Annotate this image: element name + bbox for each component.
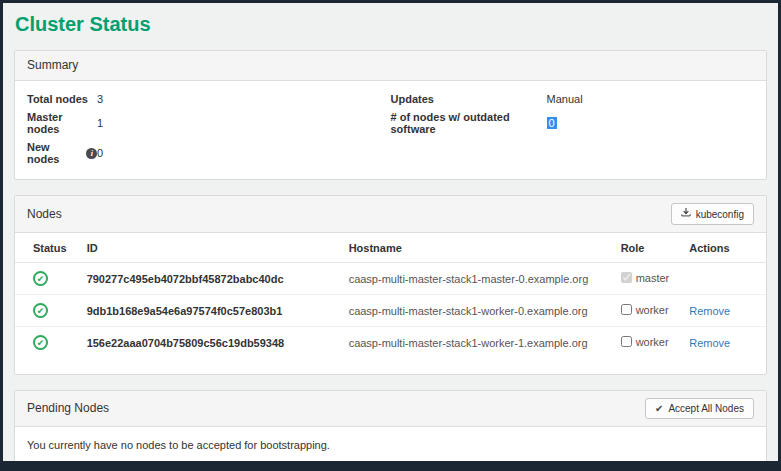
column-header-hostname: Hostname bbox=[339, 233, 611, 263]
summary-field-new-nodes: New nodes i 0 bbox=[27, 141, 391, 165]
column-header-status: Status bbox=[15, 233, 77, 263]
node-role-cell: master bbox=[611, 263, 680, 295]
column-header-actions: Actions bbox=[679, 233, 766, 263]
nodes-table-header-row: Status ID Hostname Role Actions bbox=[15, 233, 766, 263]
field-value: 0 bbox=[97, 147, 103, 159]
nodes-panel-header: Nodes kubeconfig bbox=[15, 196, 766, 233]
field-label-text: # of nodes w/ outdated software bbox=[391, 111, 547, 135]
role-master-checkbox[interactable] bbox=[621, 272, 632, 283]
field-value: 1 bbox=[97, 117, 103, 129]
field-label-text: Total nodes bbox=[27, 93, 88, 105]
node-id: 9db1b168e9a54e6a97574f0c57e803b1 bbox=[77, 295, 339, 327]
summary-right-column: Updates Manual # of nodes w/ outdated so… bbox=[391, 93, 755, 165]
role-worker-checkbox[interactable] bbox=[621, 304, 632, 315]
summary-field-master-nodes: Master nodes 1 bbox=[27, 111, 391, 135]
node-actions-cell: Remove bbox=[679, 295, 766, 327]
column-header-role: Role bbox=[611, 233, 680, 263]
kubeconfig-button[interactable]: kubeconfig bbox=[671, 203, 754, 225]
role-worker-checkbox[interactable] bbox=[621, 336, 632, 347]
kubeconfig-button-label: kubeconfig bbox=[696, 209, 744, 220]
summary-panel-header: Summary bbox=[15, 51, 766, 81]
summary-panel-title: Summary bbox=[27, 58, 78, 73]
check-icon: ✔ bbox=[655, 404, 663, 414]
node-hostname: caasp-multi-master-stack1-worker-1.examp… bbox=[339, 327, 611, 359]
node-status-cell: ✔ bbox=[15, 263, 77, 295]
summary-panel: Summary Total nodes 3 Master nodes 1 bbox=[14, 50, 767, 180]
role-label: worker bbox=[636, 336, 669, 348]
column-header-id: ID bbox=[77, 233, 339, 263]
pending-nodes-empty-message: You currently have no nodes to be accept… bbox=[15, 427, 766, 461]
node-role-cell: worker bbox=[611, 327, 680, 359]
pending-nodes-panel-title: Pending Nodes bbox=[27, 401, 109, 416]
table-row: ✔ 9db1b168e9a54e6a97574f0c57e803b1 caasp… bbox=[15, 295, 766, 327]
status-ok-icon: ✔ bbox=[33, 303, 48, 318]
field-label: Total nodes bbox=[27, 93, 97, 105]
download-icon bbox=[681, 208, 691, 220]
field-label-text: Master nodes bbox=[27, 111, 97, 135]
summary-left-column: Total nodes 3 Master nodes 1 New nodes i… bbox=[27, 93, 391, 165]
table-row: ✔ 790277c495eb4072bbf45872babc40dc caasp… bbox=[15, 263, 766, 295]
node-status-cell: ✔ bbox=[15, 295, 77, 327]
field-label: # of nodes w/ outdated software bbox=[391, 111, 547, 135]
node-hostname: caasp-multi-master-stack1-master-0.examp… bbox=[339, 263, 611, 295]
nodes-panel-title: Nodes bbox=[27, 207, 62, 222]
outdated-count-selected-value[interactable]: 0 bbox=[547, 117, 557, 129]
summary-field-total-nodes: Total nodes 3 bbox=[27, 93, 391, 105]
node-id: 790277c495eb4072bbf45872babc40dc bbox=[77, 263, 339, 295]
field-label-text: New nodes bbox=[27, 141, 82, 165]
node-hostname: caasp-multi-master-stack1-worker-0.examp… bbox=[339, 295, 611, 327]
nodes-table: Status ID Hostname Role Actions ✔ 790277… bbox=[15, 233, 766, 358]
field-label-text: Updates bbox=[391, 93, 434, 105]
summary-field-outdated-software: # of nodes w/ outdated software 0 bbox=[391, 111, 755, 135]
nodes-table-container: Status ID Hostname Role Actions ✔ 790277… bbox=[15, 233, 766, 374]
table-row: ✔ 156e22aaa0704b75809c56c19db59348 caasp… bbox=[15, 327, 766, 359]
status-ok-icon: ✔ bbox=[33, 271, 48, 286]
node-status-cell: ✔ bbox=[15, 327, 77, 359]
pending-nodes-panel: Pending Nodes ✔ Accept All Nodes You cur… bbox=[14, 390, 767, 461]
cluster-status-page: Cluster Status Summary Total nodes 3 Mas… bbox=[3, 3, 778, 461]
accept-all-nodes-button[interactable]: ✔ Accept All Nodes bbox=[645, 398, 754, 419]
node-role-cell: worker bbox=[611, 295, 680, 327]
page-title: Cluster Status bbox=[15, 13, 778, 36]
remove-node-link[interactable]: Remove bbox=[689, 337, 730, 349]
field-value: 3 bbox=[97, 93, 103, 105]
info-icon[interactable]: i bbox=[86, 148, 97, 159]
summary-field-updates: Updates Manual bbox=[391, 93, 755, 105]
field-label: Master nodes bbox=[27, 111, 97, 135]
field-value: Manual bbox=[547, 93, 583, 105]
accept-all-nodes-button-label: Accept All Nodes bbox=[668, 403, 744, 414]
summary-panel-body: Total nodes 3 Master nodes 1 New nodes i… bbox=[15, 81, 766, 179]
node-id: 156e22aaa0704b75809c56c19db59348 bbox=[77, 327, 339, 359]
field-label: New nodes i bbox=[27, 141, 97, 165]
pending-nodes-panel-header: Pending Nodes ✔ Accept All Nodes bbox=[15, 391, 766, 427]
node-actions-cell bbox=[679, 263, 766, 295]
role-label: master bbox=[636, 272, 670, 284]
status-ok-icon: ✔ bbox=[33, 335, 48, 350]
node-actions-cell: Remove bbox=[679, 327, 766, 359]
field-label: Updates bbox=[391, 93, 547, 105]
role-label: worker bbox=[636, 304, 669, 316]
remove-node-link[interactable]: Remove bbox=[689, 305, 730, 317]
nodes-panel: Nodes kubeconfig Status ID Hostname Role… bbox=[14, 195, 767, 375]
